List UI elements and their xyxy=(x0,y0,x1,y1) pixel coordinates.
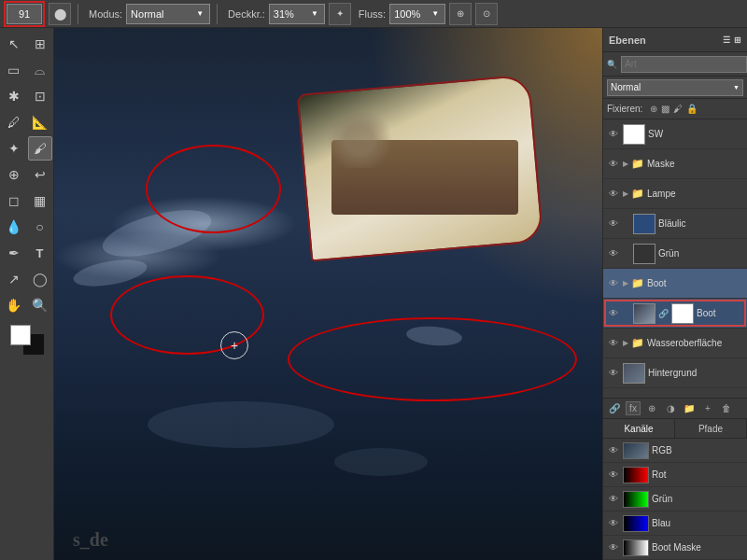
layer-item[interactable]: 👁▶📁Maske xyxy=(603,149,747,179)
channel-thumbnail xyxy=(623,515,649,532)
layer-visibility-icon[interactable]: 👁 xyxy=(607,277,620,290)
tool-pair-9: ✒ T xyxy=(2,241,52,265)
airbrush-icon[interactable]: ✦ xyxy=(329,3,351,25)
tool-pair-2: ▭ ⌓ xyxy=(2,58,52,82)
zoom-tool[interactable]: 🔍 xyxy=(28,293,52,317)
layers-panel-title: Ebenen xyxy=(609,35,646,46)
channel-visibility-icon[interactable]: 👁 xyxy=(607,541,620,554)
layers-list: 👁SW👁▶📁Maske👁▶📁Lampe👁Bläulic👁Grün👁▶📁Boot👁… xyxy=(603,119,747,398)
dodge-tool[interactable]: ○ xyxy=(28,215,52,239)
link-layers-icon[interactable]: 🔗 xyxy=(607,401,622,416)
blend-mode-value: Normal xyxy=(611,82,641,92)
selection-circle-2 xyxy=(110,275,264,355)
layer-visibility-icon[interactable]: 👁 xyxy=(607,367,620,380)
layer-item[interactable]: 👁▶📁Boot xyxy=(603,269,747,299)
quick-select-tool[interactable]: ✱ xyxy=(2,84,26,108)
eraser-tool[interactable]: ◻ xyxy=(2,189,26,213)
modus-dropdown[interactable]: Normal xyxy=(126,4,210,24)
clone-stamp-tool[interactable]: ⊕ xyxy=(2,162,26,187)
pen-tool[interactable]: ✒ xyxy=(2,241,26,265)
channel-item[interactable]: 👁RGB xyxy=(603,439,747,463)
blur-tool[interactable]: 💧 xyxy=(2,215,26,239)
channel-item[interactable]: 👁Blau xyxy=(603,511,747,536)
move-tool[interactable]: ↖ xyxy=(2,32,26,56)
layer-name-label: Hintergrund xyxy=(648,368,743,378)
channel-visibility-icon[interactable]: 👁 xyxy=(607,444,620,457)
layer-item[interactable]: 👁Grün xyxy=(603,239,747,269)
layer-visibility-icon[interactable]: 👁 xyxy=(607,307,620,320)
brush-shape-icon[interactable]: ⬤ xyxy=(49,3,71,25)
channel-visibility-icon[interactable]: 👁 xyxy=(607,469,620,482)
layer-visibility-icon[interactable]: 👁 xyxy=(607,217,620,231)
fix-position-icon[interactable]: ⊕ xyxy=(650,104,657,114)
sample-icon[interactable]: ⊙ xyxy=(475,3,498,25)
delete-layer-icon[interactable]: 🗑 xyxy=(719,401,734,416)
layers-search-input[interactable] xyxy=(621,56,747,73)
layer-visibility-icon[interactable]: 👁 xyxy=(607,158,620,171)
tool-pair-1: ↖ ⊞ xyxy=(2,32,52,56)
tab-paths[interactable]: Pfade xyxy=(675,419,747,438)
pressure-icon[interactable]: ⊕ xyxy=(449,3,472,25)
layer-style-icon[interactable]: fx xyxy=(626,401,641,416)
tool-pair-7: ◻ ▦ xyxy=(2,189,52,213)
layer-mask-chain-icon: 🔗 xyxy=(658,309,669,318)
layer-item[interactable]: 👁Bläulic xyxy=(603,209,747,239)
shape-tool[interactable]: ◯ xyxy=(28,267,52,291)
marquee-tool[interactable]: ▭ xyxy=(2,58,26,82)
brush-size-input[interactable]: 91 xyxy=(7,4,42,24)
eyedropper-tool[interactable]: 🖊 xyxy=(2,110,26,134)
layer-visibility-icon[interactable]: 👁 xyxy=(607,188,620,201)
layer-name-label: Maske xyxy=(647,159,743,169)
layer-visibility-icon[interactable]: 👁 xyxy=(607,337,620,350)
separator-1 xyxy=(78,4,78,24)
crop-tool[interactable]: ⊡ xyxy=(28,84,52,108)
ruler-tool[interactable]: 📐 xyxy=(28,110,52,134)
add-mask-icon[interactable]: ⊕ xyxy=(644,401,659,416)
layer-item[interactable]: 👁▶📁Wasseroberfläche xyxy=(603,329,747,358)
new-layer-icon[interactable]: + xyxy=(700,401,715,416)
deckr-dropdown[interactable]: 31% xyxy=(269,4,325,24)
path-select-tool[interactable]: ↗ xyxy=(2,267,26,291)
brush-tool[interactable]: 🖌 xyxy=(28,136,52,161)
layers-panel-options-icon[interactable]: ⊞ xyxy=(734,35,741,45)
channel-visibility-icon[interactable]: 👁 xyxy=(607,493,620,506)
layer-item[interactable]: 👁Hintergrund xyxy=(603,358,747,388)
channel-thumbnail xyxy=(623,467,649,483)
layer-thumbnail xyxy=(623,363,645,384)
channel-item[interactable]: 👁Boot Maske xyxy=(603,536,747,560)
layer-visibility-icon[interactable]: 👁 xyxy=(607,247,620,260)
artboard-tool[interactable]: ⊞ xyxy=(28,32,52,56)
canvas-area[interactable]: s_de xyxy=(54,28,602,560)
blend-mode-dropdown[interactable]: Normal xyxy=(607,79,743,96)
boat-hull xyxy=(303,84,565,271)
layer-item[interactable]: 👁🔗Boot xyxy=(603,299,747,329)
fx-button[interactable]: fx xyxy=(626,401,641,415)
fix-pixels-icon[interactable]: ▩ xyxy=(661,104,669,114)
new-adj-layer-icon[interactable]: ◑ xyxy=(663,401,678,416)
layers-panel-menu-icon[interactable]: ☰ xyxy=(723,35,730,45)
channel-item[interactable]: 👁Grün xyxy=(603,487,747,511)
history-brush-tool[interactable]: ↩ xyxy=(28,162,52,187)
lasso-tool[interactable]: ⌓ xyxy=(28,58,52,82)
fix-lock-icon[interactable]: 🔒 xyxy=(686,104,698,114)
layer-item[interactable]: 👁▶📁Lampe xyxy=(603,179,747,209)
fluss-dropdown[interactable]: 100% xyxy=(389,4,445,24)
text-tool[interactable]: T xyxy=(28,241,52,265)
channel-visibility-icon[interactable]: 👁 xyxy=(607,517,620,530)
layer-group-arrow: ▶ xyxy=(623,189,628,198)
layer-item[interactable]: 👁SW xyxy=(603,119,747,149)
gradient-tool[interactable]: ▦ xyxy=(28,189,52,213)
tool-pair-6: ⊕ ↩ xyxy=(2,162,52,187)
fix-bar: Fixieren: ⊕ ▩ 🖌 🔒 xyxy=(603,99,747,119)
modus-label: Modus: xyxy=(89,8,122,20)
layer-visibility-icon[interactable]: 👁 xyxy=(607,128,620,141)
foreground-color-swatch[interactable] xyxy=(10,325,31,345)
new-group-icon[interactable]: 📁 xyxy=(682,401,697,416)
spot-heal-tool[interactable]: ✦ xyxy=(2,136,26,161)
channel-item[interactable]: 👁Rot xyxy=(603,463,747,487)
layer-name-label: Boot xyxy=(697,308,743,318)
hand-tool[interactable]: ✋ xyxy=(2,293,26,317)
fix-paint-icon[interactable]: 🖌 xyxy=(673,104,683,114)
tab-channels[interactable]: Kanäle xyxy=(603,419,675,438)
layer-group-arrow: ▶ xyxy=(623,339,628,347)
